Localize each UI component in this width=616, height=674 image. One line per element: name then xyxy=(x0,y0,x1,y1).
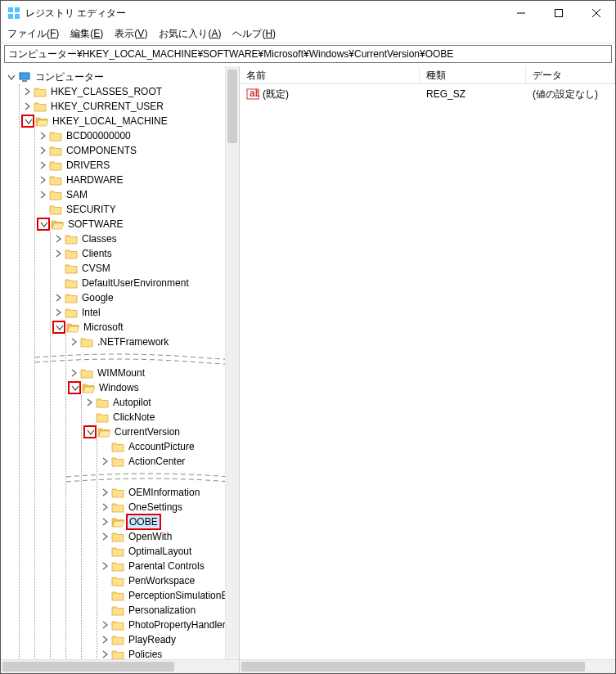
folder-icon xyxy=(111,456,124,467)
tree-item[interactable]: CVSM xyxy=(52,261,239,276)
app-icon xyxy=(7,7,20,20)
address-bar[interactable]: コンピューター¥HKEY_LOCAL_MACHINE¥SOFTWARE¥Micr… xyxy=(4,45,612,63)
tree-item[interactable]: DefaultUserEnvironment xyxy=(52,276,239,290)
folder-icon xyxy=(65,307,78,318)
tree-
item[interactable]: Personalization xyxy=(99,603,239,618)
tree-item[interactable]: OneSettings xyxy=(99,500,239,514)
tree-windows[interactable]: Windows xyxy=(68,380,239,395)
registry-editor-window: レジストリ エディター ファイル(F) 編集(E) 表示(V) お気に入り(A)… xyxy=(0,0,616,674)
tree-item[interactable]: HARDWARE xyxy=(37,173,239,187)
menu-bar: ファイル(F) 編集(E) 表示(V) お気に入り(A) ヘルプ(H) xyxy=(1,25,615,43)
column-data[interactable]: データ xyxy=(526,66,615,83)
tree-item[interactable]: PlayReady xyxy=(99,632,239,647)
svg-rect-9 xyxy=(555,10,563,17)
folder-icon xyxy=(65,233,78,245)
folder-icon xyxy=(49,130,62,142)
values-horizontal-scrollbar[interactable] xyxy=(240,659,615,673)
tree-item[interactable]: OptimalLayout xyxy=(99,544,239,559)
tree-hkcu[interactable]: HKEY_CURRENT_USER xyxy=(21,99,239,114)
folder-icon xyxy=(80,367,93,379)
folder-icon xyxy=(111,501,124,513)
tree-oobe[interactable]: OOBE xyxy=(99,514,239,529)
tree-item[interactable]: .NETFramework xyxy=(68,335,239,349)
tree-item[interactable]: Autopilot xyxy=(83,395,239,410)
folder-icon xyxy=(65,277,78,289)
tree-vertical-scrollbar[interactable] xyxy=(225,66,239,659)
folder-icon xyxy=(111,575,124,586)
folder-icon xyxy=(111,546,124,557)
tree-item[interactable]: PhotoPropertyHandler xyxy=(99,618,239,632)
tree-microsoft[interactable]: Microsoft xyxy=(52,320,239,335)
values-list[interactable]: (既定) REG_SZ (値の設定なし) xyxy=(240,84,615,104)
tree-item[interactable]: SECURITY xyxy=(37,202,239,217)
folder-icon xyxy=(111,441,124,452)
folder-icon xyxy=(111,487,124,498)
folder-icon xyxy=(34,101,47,112)
tree-item[interactable]: OEMInformation xyxy=(99,485,239,500)
folder-icon xyxy=(111,560,124,572)
tree-root[interactable]: コンピューター xyxy=(6,70,239,84)
value-name: (既定) xyxy=(263,88,289,101)
folder-icon xyxy=(96,397,109,408)
tree-item[interactable]: WIMMount xyxy=(68,366,239,380)
close-button[interactable] xyxy=(578,1,615,25)
folder-icon xyxy=(111,590,124,601)
folder-icon xyxy=(111,619,124,631)
title-bar[interactable]: レジストリ エディター xyxy=(1,1,615,25)
tree-item[interactable]: AccountPicture xyxy=(99,439,239,454)
tree-item[interactable]: DRIVERS xyxy=(37,158,239,173)
tree-item[interactable]: ActionCenter xyxy=(99,454,239,469)
expand-windows[interactable] xyxy=(68,381,81,394)
folder-icon xyxy=(96,411,109,423)
folder-open-icon xyxy=(97,426,110,438)
computer-icon xyxy=(18,71,31,83)
column-name[interactable]: 名前 xyxy=(240,66,420,83)
menu-help[interactable]: ヘルプ(H) xyxy=(232,27,276,41)
folder-icon xyxy=(111,634,124,645)
tree-item[interactable]: Intel xyxy=(52,305,239,320)
minimize-button[interactable] xyxy=(502,1,540,25)
expand-microsoft[interactable] xyxy=(52,321,65,334)
tree-item[interactable]: ClickNote xyxy=(83,410,239,425)
folder-icon xyxy=(49,174,62,186)
expand-currentversion[interactable] xyxy=(83,425,97,438)
folder-icon xyxy=(49,160,62,171)
string-value-icon xyxy=(246,88,259,101)
tree-item[interactable]: PenWorkspace xyxy=(99,573,239,588)
tree-item[interactable]: Google xyxy=(52,290,239,305)
tree-item[interactable]: Classes xyxy=(52,231,239,246)
registry-tree[interactable]: コンピューター HKEY_CLASSES_ROOT HK xyxy=(1,66,239,673)
tree-pane: コンピューター HKEY_CLASSES_ROOT HK xyxy=(1,66,240,673)
folder-icon xyxy=(34,86,47,97)
folder-icon xyxy=(111,649,124,660)
tree-item[interactable]: SAM xyxy=(37,187,239,202)
tree-item[interactable]: BCD00000000 xyxy=(37,128,239,143)
folder-open-icon xyxy=(35,115,48,127)
tree-item[interactable]: Clients xyxy=(52,246,239,261)
menu-file[interactable]: ファイル(F) xyxy=(7,27,59,41)
tree-item[interactable]: OpenWith xyxy=(99,529,239,544)
column-kind[interactable]: 種類 xyxy=(420,66,526,83)
menu-edit[interactable]: 編集(E) xyxy=(70,27,103,41)
tree-item[interactable]: COMPONENTS xyxy=(37,143,239,158)
tree-currentversion[interactable]: CurrentVersion xyxy=(83,425,239,439)
folder-open-icon xyxy=(66,321,79,333)
main-split: コンピューター HKEY_CLASSES_ROOT HK xyxy=(1,66,615,673)
tree-hkcr[interactable]: HKEY_CLASSES_ROOT xyxy=(21,84,239,99)
tree-item[interactable]: PerceptionSimulationExt xyxy=(99,588,239,603)
value-row[interactable]: (既定) REG_SZ (値の設定なし) xyxy=(240,86,615,102)
menu-favorites[interactable]: お気に入り(A) xyxy=(159,27,221,41)
folder-icon xyxy=(65,292,78,303)
tree-horizontal-scrollbar[interactable] xyxy=(1,659,239,673)
menu-view[interactable]: 表示(V) xyxy=(115,27,147,41)
folder-icon xyxy=(111,531,124,542)
expand-software[interactable] xyxy=(37,218,50,231)
section-break xyxy=(99,469,239,485)
expand-hklm[interactable] xyxy=(21,115,34,128)
value-kind: REG_SZ xyxy=(420,88,526,100)
maximize-button[interactable] xyxy=(540,1,578,25)
tree-hklm[interactable]: HKEY_LOCAL_MACHINE xyxy=(21,114,239,128)
values-pane: 名前 種類 データ (既定) REG_SZ (値の設定なし) xyxy=(240,66,615,673)
tree-item[interactable]: Parental Controls xyxy=(99,559,239,573)
tree-software[interactable]: SOFTWARE xyxy=(37,217,239,231)
